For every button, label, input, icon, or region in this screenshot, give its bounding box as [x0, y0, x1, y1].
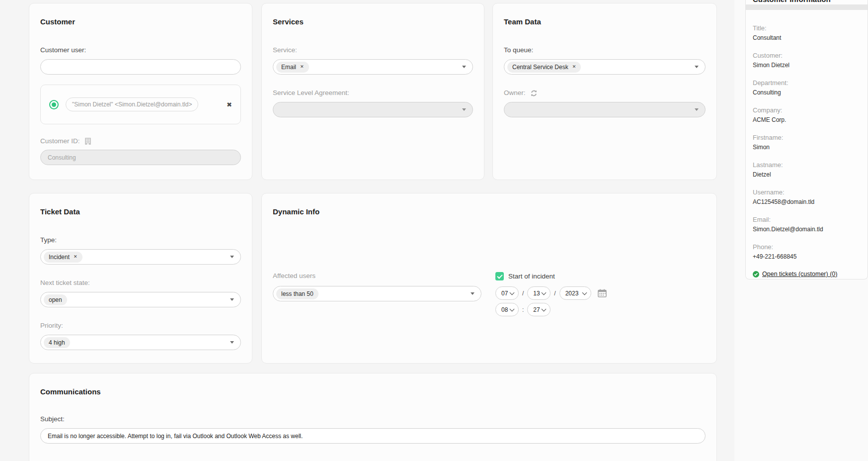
chevron-down-icon	[510, 307, 515, 312]
sidebar-field: Phone:+49-221-668845	[753, 243, 861, 260]
team-data-panel-title: Team Data	[504, 17, 706, 26]
service-label: Service:	[273, 46, 473, 54]
dropdown-arrow-icon	[230, 298, 234, 301]
sidebar-field: Customer:Simon Dietzel	[753, 52, 861, 69]
incident-minute-select[interactable]: 27	[527, 303, 551, 316]
sidebar-field: Email:Simon.Dietzel@domain.tld	[753, 216, 861, 233]
priority-label: Priority:	[40, 322, 241, 330]
customer-id-label: Customer ID:	[40, 137, 80, 145]
dropdown-arrow-icon	[471, 292, 474, 295]
sidebar-header: Customer Information	[746, 0, 868, 4]
customer-information-sidebar: Customer Information Title:Consultant Cu…	[745, 0, 868, 279]
services-panel-title: Services	[273, 17, 473, 26]
chevron-down-icon	[582, 290, 587, 295]
incident-day-select[interactable]: 13	[527, 286, 551, 300]
selected-customer-card: "Simon Dietzel" <Simon.Dietzel@domain.tl…	[40, 85, 241, 124]
next-state-select[interactable]: open	[40, 292, 241, 307]
next-state-tag: open	[44, 294, 67, 305]
service-select[interactable]: Email ✕	[273, 59, 473, 75]
remove-service-tag-icon[interactable]: ✕	[300, 65, 304, 69]
priority-tag: 4 high	[44, 337, 70, 348]
team-data-panel: Team Data To queue: Central Service Desk…	[492, 3, 717, 180]
calendar-icon[interactable]	[598, 289, 607, 297]
chevron-down-icon	[542, 290, 547, 295]
start-of-incident-label: Start of incident	[508, 273, 555, 280]
sidebar-field: Department:Consulting	[753, 79, 861, 96]
incident-year-select[interactable]: 2023	[559, 286, 591, 300]
ticket-data-panel-title: Ticket Data	[40, 207, 241, 216]
start-of-incident-checkbox[interactable]	[495, 272, 504, 280]
sla-select	[273, 102, 473, 117]
dropdown-arrow-icon	[462, 108, 466, 111]
customer-radio[interactable]	[49, 100, 59, 109]
sidebar-title: Customer Information	[746, 0, 868, 3]
date-separator: /	[554, 290, 555, 297]
services-panel: Services Service: Email ✕ Service Level …	[261, 3, 484, 180]
dynamic-info-panel: Dynamic Info Affected users less than 50…	[261, 193, 717, 364]
priority-select[interactable]: 4 high	[40, 335, 241, 350]
remove-customer-icon[interactable]: ✖	[227, 101, 232, 108]
incident-hour-select[interactable]: 08	[495, 303, 519, 316]
customer-panel-title: Customer	[40, 17, 241, 26]
incident-month-select[interactable]: 07	[495, 286, 519, 300]
open-tickets-link[interactable]: Open tickets (customer) (0)	[762, 271, 837, 277]
type-select[interactable]: Incident ✕	[40, 249, 241, 265]
remove-type-tag-icon[interactable]: ✕	[74, 255, 78, 259]
dropdown-arrow-icon	[230, 341, 234, 344]
dropdown-arrow-icon	[695, 108, 699, 111]
selected-customer-pill: "Simon Dietzel" <Simon.Dietzel@domain.tl…	[66, 97, 198, 111]
sidebar-field: Company:ACME Corp.	[753, 106, 861, 123]
refresh-icon[interactable]	[530, 90, 538, 97]
sidebar-field: Title:Consultant	[753, 24, 861, 41]
customer-id-input	[40, 150, 241, 165]
owner-label: Owner:	[504, 89, 526, 97]
next-state-label: Next ticket state:	[40, 279, 241, 287]
building-icon	[84, 137, 91, 145]
sla-label: Service Level Agreement:	[273, 89, 473, 97]
remove-queue-tag-icon[interactable]: ✕	[572, 65, 576, 69]
service-tag: Email ✕	[276, 62, 309, 73]
owner-select	[504, 102, 706, 117]
subject-input[interactable]	[40, 428, 706, 444]
sidebar-field: Username:AC125458@domain.tld	[753, 188, 861, 205]
customer-panel: Customer Customer user: "Simon Dietzel" …	[29, 3, 252, 180]
type-tag: Incident ✕	[44, 252, 82, 263]
affected-users-tag: less than 50	[276, 288, 318, 299]
queue-select[interactable]: Central Service Desk ✕	[504, 59, 706, 75]
affected-users-label: Affected users	[273, 272, 481, 280]
customer-user-input[interactable]	[40, 59, 241, 75]
ticket-data-panel: Ticket Data Type: Incident ✕ Next ticket…	[29, 193, 252, 364]
sidebar-header-band	[746, 4, 868, 10]
affected-users-select[interactable]: less than 50	[273, 286, 481, 301]
chevron-down-icon	[542, 307, 547, 312]
sidebar-column: Customer Information Title:Consultant Cu…	[734, 0, 868, 461]
dropdown-arrow-icon	[462, 66, 466, 68]
dropdown-arrow-icon	[230, 256, 234, 258]
customer-user-label: Customer user:	[40, 46, 241, 54]
sidebar-field: Lastname:Dietzel	[753, 161, 861, 178]
dropdown-arrow-icon	[695, 66, 699, 68]
time-separator: :	[522, 306, 524, 313]
to-queue-label: To queue:	[504, 46, 706, 54]
subject-label: Subject:	[40, 415, 706, 423]
communications-panel-title: Communications	[40, 387, 706, 396]
date-separator: /	[522, 290, 524, 297]
new-ticket-page: Customer Customer user: "Simon Dietzel" …	[0, 0, 868, 461]
communications-panel: Communications Subject:	[29, 373, 717, 461]
type-label: Type:	[40, 236, 241, 244]
check-circle-icon	[753, 271, 759, 277]
sidebar-field: Firstname:Simon	[753, 134, 861, 151]
dynamic-info-panel-title: Dynamic Info	[273, 207, 706, 216]
chevron-down-icon	[510, 290, 515, 295]
queue-tag: Central Service Desk ✕	[507, 62, 581, 73]
